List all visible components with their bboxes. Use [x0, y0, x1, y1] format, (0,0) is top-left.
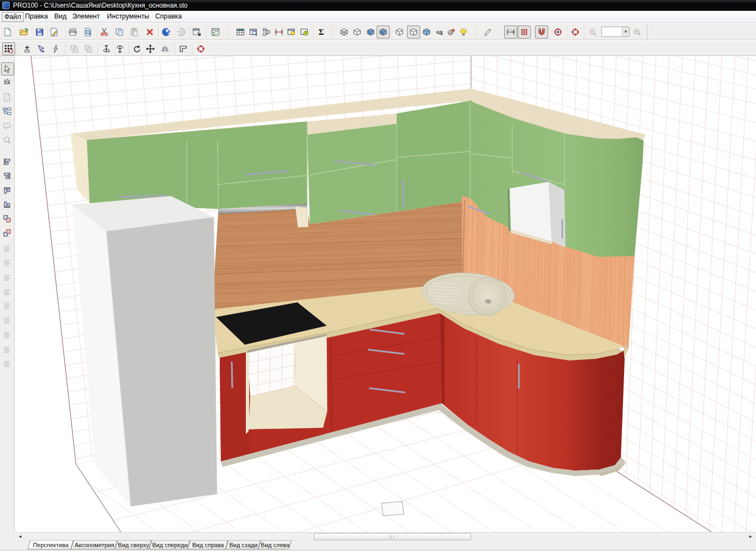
svg-text:Вид справа: Вид справа: [192, 542, 224, 548]
svg-text:Вид сверху: Вид сверху: [118, 542, 149, 548]
svg-text:Вид слева: Вид слева: [261, 542, 290, 548]
svg-text:Вид сзади: Вид сзади: [229, 542, 257, 548]
svg-text:Σ: Σ: [319, 28, 324, 36]
svg-text:Вид спереди: Вид спереди: [152, 542, 187, 548]
svg-text:a: a: [439, 29, 443, 36]
svg-text:Аксонометрия: Аксонометрия: [75, 542, 115, 548]
svg-text:Перспектива: Перспектива: [33, 542, 69, 548]
